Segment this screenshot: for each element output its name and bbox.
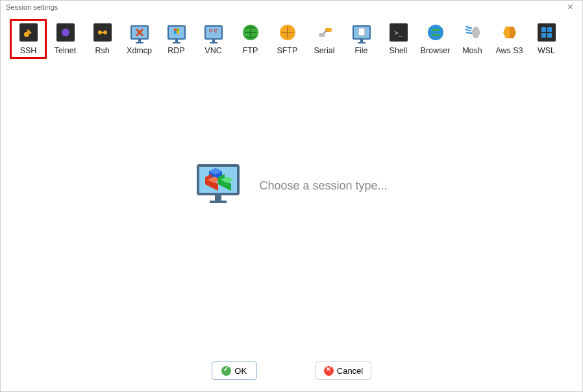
xdmcp-icon — [130, 23, 149, 42]
window-title: Session settings — [6, 3, 58, 11]
svg-rect-20 — [541, 27, 546, 32]
session-label: Telnet — [55, 46, 76, 55]
session-label: Serial — [314, 46, 335, 55]
session-type-ftp[interactable]: FTP — [232, 19, 269, 59]
session-label: Rsh — [95, 46, 109, 55]
shell-icon: >_ — [389, 23, 408, 42]
cross-circle-icon — [324, 366, 334, 376]
svg-rect-22 — [541, 33, 546, 38]
session-type-rsh[interactable]: Rsh — [84, 19, 121, 59]
session-type-xdmcp[interactable]: Xdmcp — [121, 19, 158, 59]
vnc-icon: V C — [204, 23, 223, 42]
session-type-rdp[interactable]: RDP — [158, 19, 195, 59]
svg-point-16 — [428, 25, 443, 40]
session-type-wsl[interactable]: WSL — [528, 19, 565, 59]
dialog-footer: OK Cancel — [1, 361, 582, 380]
mosh-icon — [463, 23, 482, 42]
session-label: SFTP — [277, 46, 298, 55]
session-label: WSL — [538, 46, 555, 55]
browser-icon — [426, 23, 445, 42]
cancel-button[interactable]: Cancel — [316, 361, 371, 380]
svg-marker-19 — [510, 27, 516, 38]
svg-rect-6 — [174, 29, 177, 31]
svg-point-2 — [62, 29, 69, 36]
svg-rect-5 — [100, 32, 105, 33]
check-circle-icon — [221, 366, 231, 376]
session-label: Aws S3 — [495, 46, 523, 55]
serial-icon — [315, 23, 334, 42]
title-bar: Session settings × — [1, 1, 582, 14]
svg-rect-7 — [177, 29, 179, 31]
svg-rect-23 — [547, 33, 552, 38]
svg-rect-8 — [174, 31, 177, 34]
sftp-icon — [278, 23, 297, 42]
svg-rect-21 — [547, 27, 552, 32]
svg-rect-9 — [177, 31, 179, 34]
svg-point-0 — [24, 32, 29, 37]
rdp-icon — [167, 23, 186, 42]
session-type-browser[interactable]: Browser — [417, 19, 454, 59]
session-label: SSH — [20, 46, 37, 55]
ftp-icon — [241, 23, 260, 42]
session-label: RDP — [167, 46, 184, 55]
cancel-button-label: Cancel — [337, 366, 363, 376]
session-type-toolbar: SSHTelnetRshXdmcpRDPV CVNCFTPSFTPSerialF… — [1, 14, 582, 62]
session-type-sftp[interactable]: SFTP — [269, 19, 306, 59]
session-type-telnet[interactable]: Telnet — [47, 19, 84, 59]
session-label: File — [354, 46, 367, 55]
ok-button-label: OK — [234, 366, 247, 376]
svg-rect-15 — [358, 28, 365, 36]
awss3-icon — [500, 23, 519, 42]
center-prompt-area: Choose a session type... — [1, 163, 582, 208]
session-label: Xdmcp — [127, 46, 152, 55]
close-icon[interactable]: × — [564, 1, 577, 13]
session-label: VNC — [205, 46, 221, 55]
session-label: Mosh — [462, 46, 482, 55]
session-type-mosh[interactable]: Mosh — [454, 19, 491, 59]
svg-rect-12 — [319, 33, 325, 37]
rsh-icon — [93, 23, 112, 42]
svg-line-14 — [324, 31, 327, 33]
session-label: Browser — [421, 46, 451, 55]
session-type-file[interactable]: File — [343, 19, 380, 59]
ok-button[interactable]: OK — [212, 361, 257, 380]
session-label: Shell — [390, 46, 408, 55]
session-label: FTP — [243, 46, 258, 55]
session-type-awss3[interactable]: Aws S3 — [491, 19, 528, 59]
session-type-serial[interactable]: Serial — [306, 19, 343, 59]
file-icon — [352, 23, 371, 42]
wsl-icon — [537, 23, 556, 42]
session-type-shell[interactable]: >_Shell — [380, 19, 417, 59]
telnet-icon — [56, 23, 75, 42]
ssh-icon — [19, 23, 38, 42]
session-type-vnc[interactable]: V CVNC — [195, 19, 232, 59]
prompt-text: Choose a session type... — [259, 179, 387, 193]
svg-point-17 — [472, 27, 480, 38]
monitor-cubes-icon — [195, 163, 241, 208]
svg-rect-26 — [210, 201, 227, 203]
svg-rect-25 — [215, 195, 221, 201]
session-type-ssh[interactable]: SSH — [10, 19, 47, 59]
